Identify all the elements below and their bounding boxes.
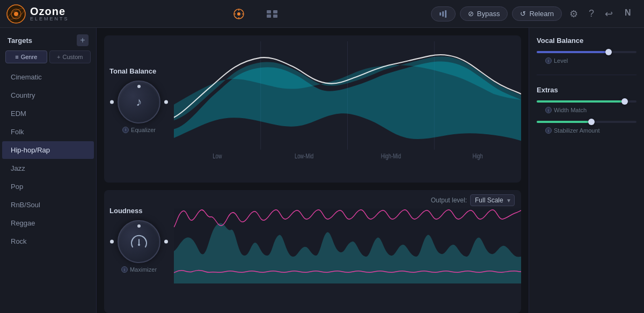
- equalizer-info-icon[interactable]: i: [122, 127, 129, 133]
- width-match-info-icon[interactable]: i: [545, 107, 552, 113]
- tonal-balance-panel: Tonal Balance ♪ i Equalizer: [104, 35, 521, 183]
- center-panels: Tonal Balance ♪ i Equalizer: [97, 28, 529, 313]
- svg-rect-15: [442, 11, 444, 17]
- output-level-label: Output level:: [431, 196, 467, 204]
- sidebar-item-hiphop[interactable]: Hip-hop/Rap: [2, 141, 94, 159]
- settings-btn[interactable]: ⚙: [566, 6, 581, 22]
- sidebar-title: Targets: [8, 37, 32, 45]
- ozone-logo-icon: [6, 4, 26, 24]
- grid-icon: [266, 10, 278, 18]
- svg-rect-11: [273, 10, 277, 13]
- width-match-slider-row: [537, 100, 636, 103]
- maximizer-symbol: [128, 231, 150, 252]
- svg-rect-16: [445, 10, 447, 18]
- loudness-chart: [174, 208, 521, 283]
- maximizer-knob-dot-right: [164, 240, 168, 244]
- svg-rect-14: [440, 12, 441, 16]
- sidebar-list: Cinematic Country EDM Folk Hip-hop/Rap J…: [0, 68, 96, 313]
- output-level-select[interactable]: Full Scale -14 LUFS -16 LUFS -23 LUFS: [470, 194, 515, 206]
- help-icon: ?: [589, 8, 594, 19]
- svg-rect-10: [267, 10, 271, 13]
- vocal-level-thumb[interactable]: [605, 49, 612, 55]
- svg-text:N: N: [625, 8, 631, 17]
- sidebar-item-cinematic[interactable]: Cinematic: [2, 68, 94, 86]
- undo-btn[interactable]: ↩: [602, 6, 616, 22]
- svg-text:High-Mid: High-Mid: [381, 152, 401, 159]
- tonal-knob-area: Tonal Balance ♪ i Equalizer: [104, 35, 174, 164]
- output-level-select-wrap[interactable]: Full Scale -14 LUFS -16 LUFS -23 LUFS ▼: [470, 194, 515, 206]
- vocal-level-track[interactable]: [537, 51, 636, 53]
- main-content: Targets + ≡ Genre + Custom Cinematic Cou…: [0, 28, 644, 313]
- vocal-level-label: i Level: [545, 57, 636, 64]
- tonal-balance-chart: Low Low-Mid High-Mid High: [174, 35, 521, 164]
- tab-custom[interactable]: + Custom: [49, 50, 91, 63]
- topbar-center: [80, 6, 431, 22]
- width-match-thumb[interactable]: [621, 98, 628, 105]
- sidebar-tabs: ≡ Genre + Custom: [5, 50, 91, 63]
- knob-symbol: ♪: [136, 95, 142, 109]
- stabilizer-thumb[interactable]: [588, 119, 595, 125]
- divider-1: [537, 75, 636, 75]
- signal-icon: [233, 8, 245, 20]
- relearn-icon: ↺: [520, 10, 526, 18]
- stabilizer-info-icon[interactable]: i: [545, 127, 552, 134]
- genre-tab-label: Genre: [21, 54, 38, 60]
- maximizer-label: i Maximizer: [121, 266, 157, 273]
- knob-dot-left: [110, 100, 114, 104]
- width-match-fill: [537, 100, 625, 103]
- maximizer-info-icon[interactable]: i: [121, 266, 128, 273]
- custom-tab-label: Custom: [63, 54, 83, 60]
- sidebar-item-reggae[interactable]: Reggae: [2, 214, 94, 232]
- add-target-btn[interactable]: +: [77, 34, 89, 46]
- sidebar-item-edm[interactable]: EDM: [2, 105, 94, 122]
- svg-text:Low: Low: [213, 152, 222, 159]
- signal-view-btn[interactable]: [229, 6, 249, 22]
- bypass-icon: ⊘: [468, 10, 474, 18]
- logo-n-btn[interactable]: N: [620, 5, 638, 23]
- undo-icon: ↩: [605, 9, 613, 19]
- loudness-knob-area: Loudness: [104, 190, 174, 289]
- signal-path-btn[interactable]: [431, 6, 456, 21]
- sidebar: Targets + ≡ Genre + Custom Cinematic Cou…: [0, 28, 97, 313]
- equalizer-knob[interactable]: ♪ i Equalizer: [118, 81, 160, 133]
- topbar: Ozone ELEMENTS: [0, 0, 644, 28]
- width-match-track[interactable]: [537, 100, 636, 103]
- sidebar-item-country[interactable]: Country: [2, 86, 94, 104]
- tab-genre[interactable]: ≡ Genre: [5, 50, 47, 63]
- vocal-level-fill: [537, 51, 609, 53]
- loudness-title: Loudness: [109, 207, 142, 215]
- topbar-right: ⊘ Bypass ↺ Relearn ⚙ ? ↩ N: [431, 5, 638, 23]
- custom-tab-icon: +: [57, 54, 60, 60]
- sidebar-header: Targets +: [0, 28, 96, 50]
- bypass-btn[interactable]: ⊘ Bypass: [460, 6, 508, 21]
- grid-view-btn[interactable]: [262, 8, 282, 20]
- svg-text:High: High: [473, 152, 483, 159]
- svg-point-2: [14, 12, 18, 16]
- sidebar-item-folk[interactable]: Folk: [2, 123, 94, 141]
- knob-ring[interactable]: ♪: [118, 81, 160, 123]
- relearn-btn[interactable]: ↺ Relearn: [512, 6, 562, 21]
- logo-title: Ozone: [30, 6, 69, 17]
- extras-title: Extras: [537, 86, 636, 94]
- maximizer-knob-dot-left: [110, 240, 114, 244]
- logo: Ozone ELEMENTS: [6, 4, 69, 24]
- maximizer-knob[interactable]: i Maximizer: [118, 220, 160, 273]
- vocal-balance-section: Vocal Balance i Level: [537, 37, 636, 64]
- sidebar-item-rnbsoul[interactable]: RnB/Soul: [2, 196, 94, 214]
- stabilizer-slider-row: [537, 121, 636, 123]
- n-icon: N: [624, 7, 634, 18]
- vocal-level-slider-row: [537, 51, 636, 53]
- maximizer-knob-ring[interactable]: [118, 220, 160, 263]
- svg-point-26: [138, 244, 140, 246]
- stabilizer-track[interactable]: [537, 121, 636, 123]
- sidebar-item-pop[interactable]: Pop: [2, 178, 94, 195]
- width-match-label: i Width Match: [545, 107, 636, 113]
- help-btn[interactable]: ?: [586, 6, 597, 21]
- extras-section: Extras i Width Match i Stabili: [537, 86, 636, 134]
- sidebar-item-jazz[interactable]: Jazz: [2, 159, 94, 177]
- sidebar-item-rock[interactable]: Rock: [2, 232, 94, 250]
- stabilizer-label: i Stabilizer Amount: [545, 127, 636, 134]
- bypass-label: Bypass: [477, 10, 500, 18]
- logo-sub: ELEMENTS: [30, 17, 69, 21]
- vocal-level-info-icon[interactable]: i: [545, 57, 552, 64]
